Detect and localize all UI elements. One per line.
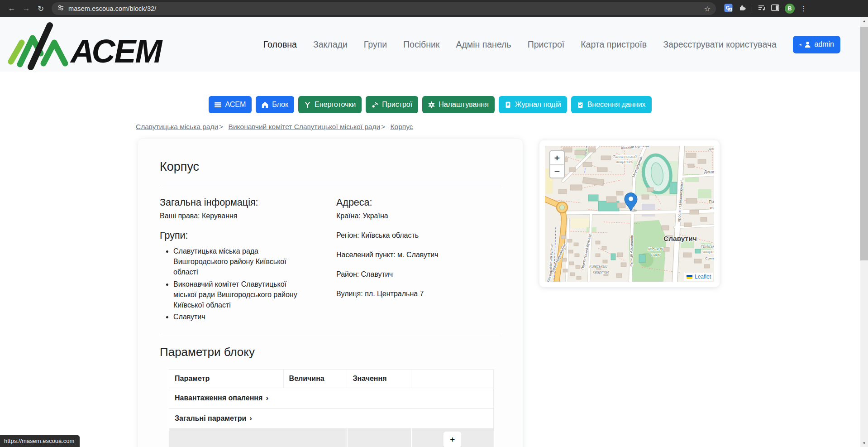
back-icon[interactable]: ←: [5, 1, 19, 16]
clipboard-check-icon: [577, 101, 584, 108]
menu-icon: [215, 101, 221, 108]
table-footer-row: +: [169, 429, 494, 447]
map-city-label: Славутич: [663, 235, 697, 242]
profile-avatar[interactable]: B: [785, 4, 795, 14]
acem-logo[interactable]: АСЕМ: [4, 16, 198, 72]
data-entry-button[interactable]: Внесення данних: [571, 96, 652, 113]
footer-cell: +: [411, 429, 494, 447]
ukraine-flag-icon: [687, 275, 692, 279]
svg-text:A: A: [729, 8, 731, 11]
chevron-right-icon: ›: [249, 414, 252, 423]
user-icon: [804, 41, 811, 48]
table-header-row: Параметр Величина Значення: [169, 370, 494, 388]
journal-icon: [505, 101, 511, 108]
zoom-out-button[interactable]: −: [550, 164, 564, 178]
location-map-card: міський бульвар Таллiннський квартал Мол…: [539, 140, 720, 287]
nav-item-zaklady[interactable]: Заклади: [313, 39, 348, 50]
map-label: Тбіліський: [701, 244, 714, 249]
breadcrumb-executive-committee[interactable]: Виконавчий комітет Славутицької міської …: [229, 123, 381, 130]
satellite-icon: [372, 101, 378, 108]
nav-item-admin-panel[interactable]: Адмін панель: [456, 39, 511, 50]
nav-item-devices[interactable]: Пристрої: [528, 39, 565, 50]
acem-toolbar-button[interactable]: АСЕМ: [209, 96, 252, 113]
site-info-icon[interactable]: [57, 4, 64, 13]
chevron-right-icon: ›: [266, 394, 268, 402]
block-toolbar: АСЕМ Блок Енерготочки Пристрої: [0, 96, 860, 113]
table-row[interactable]: Навантаження опалення›: [169, 388, 494, 409]
nav-item-guide[interactable]: Посібник: [403, 39, 439, 50]
group-item: Славутич: [173, 312, 298, 322]
address-settlement: Населений пункт: м. Славутич: [336, 251, 501, 259]
energy-points-button[interactable]: Енерготочки: [298, 96, 362, 113]
group-item: Виконавчий комітет Славутицької міської …: [173, 279, 298, 311]
add-parameter-button[interactable]: +: [443, 431, 462, 447]
main-nav: Головна Заклади Групи Посібник Адмін пан…: [263, 39, 777, 50]
divider: [160, 334, 501, 334]
scroll-up-arrow[interactable]: ▲: [860, 17, 868, 25]
chrome-menu-icon[interactable]: ⋮: [800, 5, 807, 13]
nav-item-device-map[interactable]: Карта пристроїв: [581, 39, 647, 50]
col-actions: [411, 370, 494, 388]
footer-cell: [169, 429, 347, 447]
media-controls-icon[interactable]: [758, 4, 766, 14]
map-label: кв: [710, 206, 714, 210]
group-item: Славутицька міська рада Вишгородського р…: [173, 246, 298, 278]
breadcrumb-separator: >: [219, 123, 223, 130]
extensions-puzzle-icon[interactable]: [738, 4, 746, 14]
translate-icon[interactable]: G A: [724, 4, 733, 14]
breadcrumb-city-council[interactable]: Славутицька міська ради: [136, 123, 218, 130]
map-label: Деснянс: [704, 169, 714, 174]
settings-toolbar-button[interactable]: Налаштування: [422, 96, 495, 113]
map-label: Сонячни: [705, 256, 714, 260]
map-label: квартал: [703, 250, 714, 254]
forward-icon[interactable]: →: [19, 1, 33, 16]
col-value: Значення: [347, 370, 411, 388]
browser-toolbar: ← → ↻ ☆ G A: [0, 0, 868, 17]
leaflet-link[interactable]: Leaflet: [695, 274, 711, 280]
logo-text: АСЕМ: [70, 33, 163, 69]
block-params-heading: Параметри блоку: [160, 345, 501, 359]
address-bar[interactable]: ☆: [52, 2, 716, 15]
caret-left-icon: ◂: [799, 42, 801, 47]
breadcrumb-separator: >: [381, 123, 385, 130]
scrollbar-thumb[interactable]: [860, 27, 868, 260]
address-region: Регіон: Київська область: [336, 231, 501, 240]
leaflet-map[interactable]: міський бульвар Таллiннський квартал Мол…: [545, 146, 714, 282]
address-district: Район: Славутич: [336, 270, 501, 279]
bookmark-star-icon[interactable]: ☆: [704, 5, 711, 13]
devices-toolbar-button[interactable]: Пристрої: [366, 96, 418, 113]
table-row[interactable]: Загальні параметри›: [169, 409, 494, 429]
nav-item-groups[interactable]: Групи: [364, 39, 387, 50]
page-scrollbar[interactable]: ▲ ▼: [860, 17, 868, 447]
map-attribution: Leaflet: [684, 273, 713, 281]
reload-icon[interactable]: ↻: [33, 1, 48, 16]
breadcrumb-korpus[interactable]: Корпус: [391, 123, 413, 130]
page-title: Корпус: [160, 160, 501, 174]
map-label: Київський: [589, 264, 607, 269]
toolbar-separator: [752, 5, 752, 13]
admin-menu-button[interactable]: ◂ admin: [793, 36, 840, 53]
nav-item-register-user[interactable]: Зареєструвати користувача: [663, 39, 777, 50]
map-zoom-control: + −: [549, 150, 565, 178]
gear-icon: [428, 101, 435, 108]
address-country: Країна: Україна: [336, 212, 501, 220]
url-input[interactable]: [68, 5, 700, 12]
map-label: Пол: [709, 199, 714, 204]
block-toolbar-button[interactable]: Блок: [256, 96, 294, 113]
user-rights-text: Ваші права: Керування: [160, 212, 336, 220]
zoom-in-button[interactable]: +: [550, 151, 564, 164]
side-panel-icon[interactable]: [771, 4, 779, 13]
scroll-down-arrow[interactable]: ▼: [860, 439, 868, 447]
footer-cell: [347, 429, 411, 447]
nav-item-home[interactable]: Головна: [263, 39, 297, 50]
breadcrumb: Славутицька міська ради> Виконавчий комі…: [136, 123, 413, 131]
groups-heading: Групи:: [160, 230, 336, 241]
block-info-card: Корпус Загальна інформація: Ваші права: …: [138, 139, 523, 447]
map-label: Міський: [648, 247, 663, 251]
link-status-tooltip: https://masem.escoua.com: [0, 435, 80, 447]
event-log-button[interactable]: Журнал подій: [499, 96, 567, 113]
param-group-heating-load[interactable]: Навантаження опалення›: [169, 388, 494, 409]
map-label: парк: [651, 252, 660, 257]
param-group-general[interactable]: Загальні параметри›: [169, 409, 494, 429]
divider: [160, 185, 501, 185]
